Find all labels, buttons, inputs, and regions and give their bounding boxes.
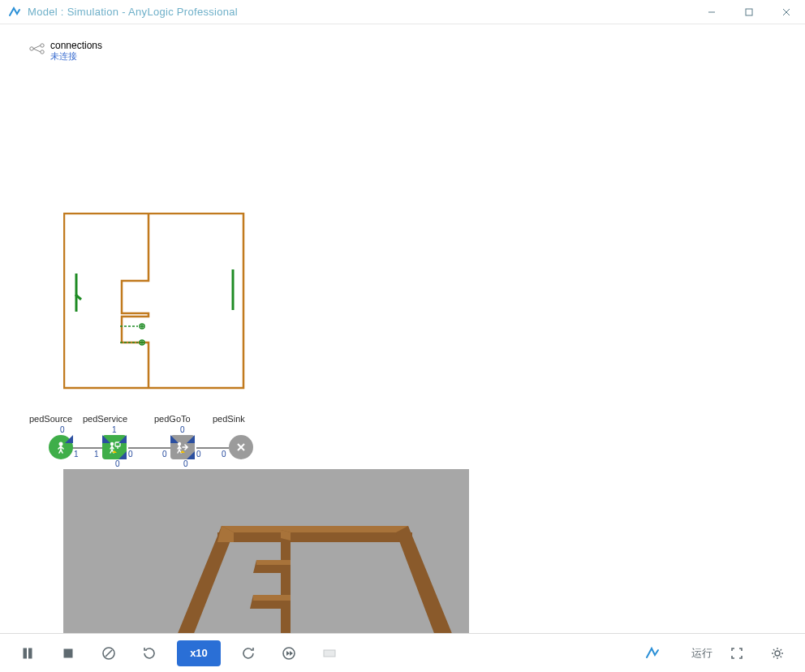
run-status: 运行 xyxy=(691,646,712,661)
connector xyxy=(71,447,102,449)
floorplan-2d[interactable] xyxy=(63,213,245,390)
svg-marker-34 xyxy=(396,526,453,635)
speed-up-button[interactable] xyxy=(235,640,261,666)
svg-marker-47 xyxy=(286,651,290,656)
speed-label: x10 xyxy=(190,647,208,659)
port-number: 0 xyxy=(162,450,167,459)
port-number: 0 xyxy=(180,425,185,434)
connections-icon xyxy=(29,43,45,54)
svg-marker-40 xyxy=(253,595,291,601)
block-label-pedsink: pedSink xyxy=(213,414,245,424)
connector xyxy=(196,447,229,449)
port-icon xyxy=(65,435,73,443)
svg-marker-38 xyxy=(256,560,291,565)
connections-indicator: connections 未连接 xyxy=(29,41,102,62)
port-number: 0 xyxy=(183,459,188,468)
port-number: 1 xyxy=(74,450,79,459)
block-pedsink[interactable] xyxy=(229,435,253,459)
connector xyxy=(128,447,170,449)
close-button[interactable] xyxy=(768,0,805,24)
speed-indicator[interactable]: x10 xyxy=(177,640,221,666)
speed-x1-button[interactable] xyxy=(96,640,122,666)
port-number: 0 xyxy=(222,450,226,459)
port-icon xyxy=(102,435,110,443)
port-icon xyxy=(187,435,195,443)
svg-marker-32 xyxy=(177,526,234,635)
svg-rect-1 xyxy=(746,9,752,15)
app-logo-icon xyxy=(8,6,21,19)
connections-status: 未连接 xyxy=(50,51,77,61)
flowchart[interactable]: pedSource pedService pedGoTo pedSink 0 1… xyxy=(24,414,276,471)
window-title: Model : Simulation - AnyLogic Profession… xyxy=(28,6,238,18)
settings-button[interactable] xyxy=(764,640,790,666)
svg-rect-41 xyxy=(24,648,27,658)
minimize-button[interactable] xyxy=(693,0,730,24)
sim-toolbar: x10 运行 xyxy=(0,633,805,672)
simulation-canvas[interactable]: connections 未连接 xyxy=(0,24,805,633)
slow-down-button[interactable] xyxy=(136,640,162,666)
titlebar: Model : Simulation - AnyLogic Profession… xyxy=(0,0,805,24)
svg-rect-9 xyxy=(64,213,243,388)
svg-rect-49 xyxy=(324,650,335,657)
port-number: 1 xyxy=(112,425,117,434)
stop-button[interactable] xyxy=(55,640,81,666)
port-number: 0 xyxy=(60,425,65,434)
svg-point-6 xyxy=(41,50,44,54)
fullscreen-button[interactable] xyxy=(724,640,750,666)
fast-forward-button[interactable] xyxy=(276,640,302,666)
view-3d[interactable] xyxy=(63,469,469,635)
svg-line-45 xyxy=(105,650,112,657)
svg-line-8 xyxy=(33,49,41,52)
svg-point-4 xyxy=(30,47,33,50)
block-label-pedsource: pedSource xyxy=(29,414,72,424)
anylogic-logo-icon xyxy=(639,640,665,666)
svg-marker-31 xyxy=(217,532,412,542)
svg-marker-48 xyxy=(290,651,293,656)
svg-point-50 xyxy=(775,651,780,656)
port-number: 0 xyxy=(196,450,201,459)
port-icon xyxy=(118,451,127,459)
block-label-pedservice: pedService xyxy=(83,414,127,424)
connections-label: connections xyxy=(50,40,102,51)
port-icon xyxy=(118,435,127,443)
port-icon xyxy=(170,435,179,443)
svg-line-7 xyxy=(33,45,41,49)
svg-rect-42 xyxy=(29,648,32,658)
port-number: 0 xyxy=(115,459,120,468)
block-label-pedgoto: pedGoTo xyxy=(154,414,191,424)
port-icon xyxy=(187,451,195,459)
pause-button[interactable] xyxy=(15,640,41,666)
port-number: 1 xyxy=(94,450,99,459)
svg-point-5 xyxy=(41,44,44,47)
svg-marker-35 xyxy=(281,530,291,635)
maximize-button[interactable] xyxy=(730,0,768,24)
port-number: 0 xyxy=(128,450,133,459)
realtime-button[interactable] xyxy=(316,640,342,666)
svg-rect-43 xyxy=(64,649,72,657)
